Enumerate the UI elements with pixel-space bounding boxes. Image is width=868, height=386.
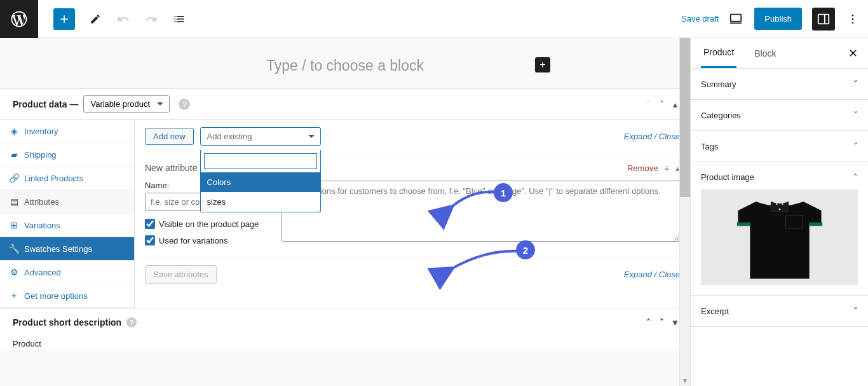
chevron-up-icon[interactable]: ˄: [646, 99, 651, 109]
shirt-icon: [719, 193, 840, 282]
scrollbar[interactable]: ▲ ▼: [679, 38, 690, 386]
collapse-down-icon[interactable]: ▾: [673, 317, 677, 327]
grid-icon: ⊞: [9, 220, 19, 230]
product-data-sidebar: ◈Inventory ▰Shipping 🔗Linked Products ▤A…: [0, 120, 135, 308]
chevron-down-icon: ˅: [853, 79, 858, 89]
plus-icon: ＋: [9, 291, 19, 301]
add-block-button[interactable]: [53, 8, 75, 30]
sidebar-toggle-button[interactable]: [812, 8, 835, 31]
attributes-panel: Add new Add existing Colors sizes Expand…: [135, 120, 690, 308]
tab-attributes[interactable]: ▤Attributes: [0, 190, 134, 214]
link-icon: 🔗: [9, 173, 19, 183]
tab-inventory[interactable]: ◈Inventory: [0, 120, 134, 143]
callout-1: 1: [494, 183, 513, 202]
dropdown-option-colors[interactable]: Colors: [201, 172, 320, 192]
tab-get-more-options[interactable]: ＋Get more options: [0, 284, 134, 308]
tab-advanced[interactable]: ⚙Advanced: [0, 261, 134, 284]
wrench-icon: 🔧: [9, 244, 19, 254]
topbar-right: Save draft Publish: [681, 8, 868, 31]
help-icon[interactable]: ?: [179, 99, 190, 110]
new-attribute-label: New attribute: [145, 163, 197, 173]
list-view-icon[interactable]: [172, 11, 187, 27]
publish-button[interactable]: Publish: [754, 8, 802, 30]
chevron-down-icon[interactable]: ˅: [660, 99, 664, 109]
wordpress-icon: [10, 10, 29, 29]
svg-point-7: [775, 203, 777, 205]
chevron-down-icon[interactable]: ˅: [660, 317, 664, 327]
dropdown-option-sizes[interactable]: sizes: [201, 192, 320, 212]
gear-icon: ⚙: [9, 267, 19, 277]
svg-point-2: [852, 14, 854, 16]
tool-icons-group: [88, 11, 187, 27]
dropdown-search-input[interactable]: [204, 153, 317, 169]
save-attributes-button[interactable]: Save attributes: [145, 265, 217, 284]
used-variations-checkbox-label[interactable]: Used for variations: [145, 235, 272, 245]
product-type-select[interactable]: Variable product: [83, 95, 170, 113]
arrow-2: [446, 245, 519, 275]
add-new-button[interactable]: Add new: [145, 128, 194, 145]
plus-icon: [58, 13, 71, 25]
panel-toggle-icons: ˄ ˅ ▴: [646, 99, 677, 109]
chevron-up-icon[interactable]: ˄: [646, 317, 651, 327]
add-existing-dropdown: Colors sizes: [200, 150, 321, 212]
svg-point-8: [782, 203, 783, 205]
product-image-thumbnail[interactable]: [701, 190, 858, 285]
svg-rect-6: [809, 223, 822, 226]
editor-topbar: Save draft Publish: [0, 0, 868, 38]
redo-icon[interactable]: [144, 11, 159, 27]
expand-close-link[interactable]: Expand / Close: [624, 132, 680, 141]
used-variations-checkbox[interactable]: [145, 235, 155, 245]
list-icon: ▤: [9, 196, 19, 207]
save-draft-link[interactable]: Save draft: [681, 14, 719, 24]
visible-checkbox-label[interactable]: Visible on the product page: [145, 219, 272, 229]
drag-handle-icon[interactable]: ≡: [664, 163, 669, 173]
title-row: Type / to choose a block +: [0, 38, 690, 88]
tab-shipping[interactable]: ▰Shipping: [0, 143, 134, 167]
tab-linked-products[interactable]: 🔗Linked Products: [0, 167, 134, 190]
panel-summary[interactable]: Summary˅: [691, 69, 868, 100]
short-description-label: Product short description: [13, 317, 121, 327]
product-data-label: Product data —: [13, 99, 78, 109]
edit-mode-icon[interactable]: [88, 11, 103, 27]
svg-point-3: [852, 18, 854, 20]
inline-add-block-button[interactable]: +: [535, 57, 550, 72]
product-data-bar: Product data — Variable product ? ˄ ˅ ▴: [0, 88, 690, 120]
panel-excerpt[interactable]: Excerpt˅: [691, 296, 868, 327]
undo-icon[interactable]: [116, 11, 131, 27]
inventory-icon: ◈: [9, 126, 19, 136]
sidebar-tab-block[interactable]: Block: [752, 39, 778, 67]
visible-checkbox[interactable]: [145, 219, 155, 229]
scrollbar-thumb[interactable]: [680, 38, 690, 197]
close-icon[interactable]: ✕: [848, 46, 858, 60]
sidebar-tab-product[interactable]: Product: [701, 38, 736, 68]
panel-tags[interactable]: Tags˅: [691, 131, 868, 162]
title-placeholder[interactable]: Type / to choose a block: [266, 57, 424, 74]
more-menu-icon[interactable]: [845, 11, 860, 27]
collapse-up-icon[interactable]: ▴: [673, 99, 677, 109]
svg-point-9: [778, 209, 780, 210]
scroll-down-icon[interactable]: ▼: [680, 375, 690, 386]
chevron-down-icon: ˅: [853, 306, 858, 316]
callout-2: 2: [516, 240, 535, 259]
truck-icon: ▰: [9, 149, 19, 160]
panel-categories[interactable]: Categories˅: [691, 100, 868, 131]
tab-variations[interactable]: ⊞Variations: [0, 214, 134, 237]
footer-product-text: Product: [0, 336, 690, 351]
help-icon[interactable]: ?: [126, 317, 137, 327]
short-description-panel: Product short description ? ˄ ˅ ▾: [0, 308, 690, 336]
tab-swatches-settings[interactable]: 🔧Swatches Settings: [0, 237, 134, 261]
remove-link[interactable]: Remove: [627, 163, 658, 173]
chevron-up-icon[interactable]: ˄: [853, 172, 858, 182]
add-existing-select[interactable]: Add existing: [200, 127, 321, 146]
preview-icon[interactable]: [729, 11, 744, 27]
svg-rect-5: [736, 223, 750, 226]
settings-sidebar: Product Block ✕ Summary˅ Categories˅ Tag…: [690, 38, 868, 386]
svg-point-4: [852, 22, 854, 24]
chevron-down-icon: ˅: [853, 110, 858, 120]
svg-rect-0: [731, 14, 742, 21]
expand-close-link-bottom[interactable]: Expand / Close: [624, 270, 680, 279]
chevron-down-icon: ˅: [853, 141, 858, 151]
arrow-1: [446, 187, 497, 214]
wordpress-logo[interactable]: [0, 0, 38, 38]
panel-product-image: Product image˄: [691, 162, 868, 296]
